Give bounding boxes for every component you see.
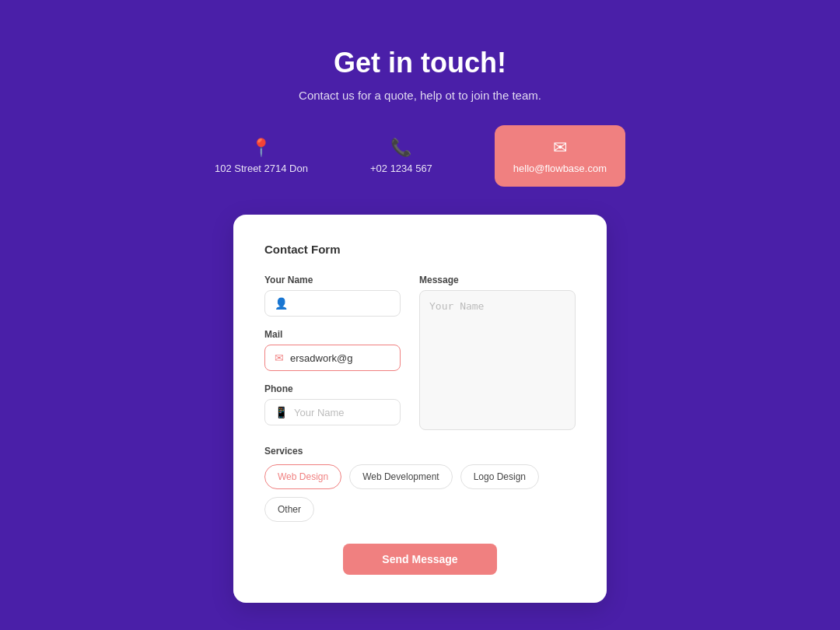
- phone-input[interactable]: [294, 407, 390, 418]
- form-right: Message: [419, 275, 576, 430]
- phone-field-icon: 📱: [275, 406, 288, 418]
- send-btn-wrapper: Send Message: [264, 544, 576, 575]
- service-btn-web-design[interactable]: Web Design: [264, 464, 341, 489]
- mail-input-wrapper[interactable]: ✉: [264, 345, 401, 371]
- contact-info-row: 📍 102 Street 2714 Don 📞 +02 1234 567 ✉ h…: [215, 125, 625, 187]
- phone-label: +02 1234 567: [370, 163, 432, 174]
- services-label: Services: [264, 446, 576, 457]
- phone-info: 📞 +02 1234 567: [370, 138, 432, 174]
- email-icon: ✉: [553, 138, 567, 158]
- services-section: Services Web Design Web Development Logo…: [264, 446, 576, 522]
- main-title: Get in touch!: [299, 47, 541, 79]
- form-left: Your Name 👤 Mail ✉ Phone: [264, 275, 401, 430]
- mail-input[interactable]: [290, 352, 390, 364]
- user-icon: 👤: [275, 297, 288, 310]
- name-label: Your Name: [264, 275, 401, 285]
- service-btn-other[interactable]: Other: [264, 497, 314, 522]
- location-icon: 📍: [250, 138, 271, 158]
- phone-icon: 📞: [390, 138, 411, 158]
- phone-label: Phone: [264, 383, 401, 394]
- header-section: Get in touch! Contact us for a quote, he…: [299, 47, 541, 102]
- subtitle: Contact us for a quote, help ot to join …: [299, 89, 541, 102]
- page-wrapper: Get in touch! Contact us for a quote, he…: [0, 0, 840, 603]
- name-input[interactable]: [294, 298, 390, 310]
- services-buttons: Web Design Web Development Logo Design O…: [264, 464, 576, 522]
- name-input-wrapper[interactable]: 👤: [264, 290, 401, 317]
- service-btn-web-development[interactable]: Web Development: [349, 464, 453, 489]
- form-layout: Your Name 👤 Mail ✉ Phone: [264, 275, 576, 430]
- send-message-button[interactable]: Send Message: [343, 544, 496, 575]
- mail-label: Mail: [264, 329, 401, 340]
- phone-input-wrapper[interactable]: 📱: [264, 399, 401, 425]
- email-card[interactable]: ✉ hello@flowbase.com: [495, 125, 625, 187]
- name-field-group: Your Name 👤: [264, 275, 401, 317]
- service-btn-logo-design[interactable]: Logo Design: [460, 464, 539, 489]
- phone-field-group: Phone 📱: [264, 383, 401, 425]
- email-label: hello@flowbase.com: [513, 163, 607, 174]
- mail-icon: ✉: [275, 352, 284, 364]
- address-label: 102 Street 2714 Don: [215, 163, 308, 174]
- address-info: 📍 102 Street 2714 Don: [215, 138, 308, 174]
- message-field-group: Message: [419, 275, 576, 430]
- message-textarea[interactable]: [419, 290, 576, 430]
- message-label: Message: [419, 275, 576, 285]
- form-card: Contact Form Your Name 👤 Mail ✉: [233, 215, 607, 603]
- mail-field-group: Mail ✉: [264, 329, 401, 371]
- form-title: Contact Form: [264, 243, 576, 256]
